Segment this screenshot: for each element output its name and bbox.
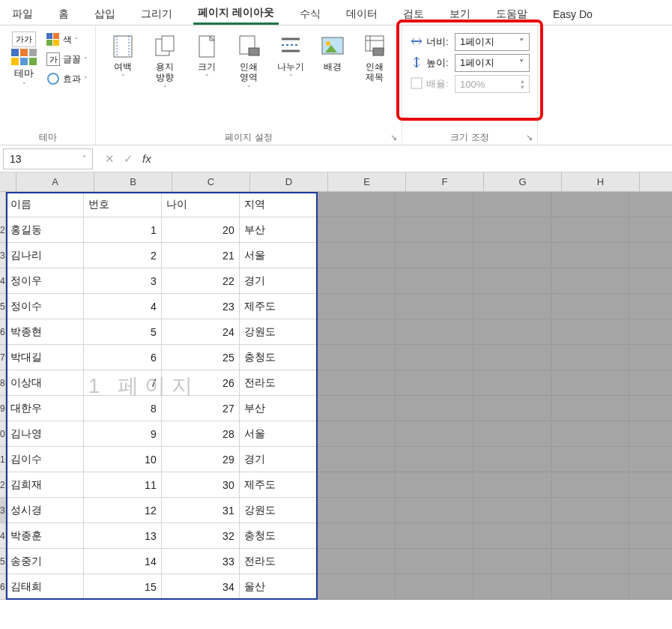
tab-data[interactable]: 데이터	[342, 4, 382, 24]
cell[interactable]: 13	[84, 523, 162, 549]
row-header[interactable]: 0	[0, 421, 6, 447]
size-button[interactable]: 크기 ˅	[187, 31, 226, 84]
cell[interactable]	[318, 472, 396, 498]
cell[interactable]: 11	[84, 472, 162, 498]
cell[interactable]	[396, 549, 473, 574]
cell[interactable]	[551, 268, 629, 294]
row-header[interactable]: 4	[0, 523, 6, 549]
cell[interactable]	[318, 345, 396, 370]
print-area-button[interactable]: 인쇄 영역 ˅	[229, 31, 268, 95]
cell[interactable]	[629, 370, 672, 396]
cell[interactable]	[318, 370, 396, 396]
col-header-g[interactable]: G	[484, 172, 562, 191]
height-select[interactable]: 1페이지 ˅	[455, 54, 530, 72]
cell[interactable]	[396, 192, 473, 217]
cell[interactable]: 10	[84, 447, 162, 472]
cell[interactable]: 김나리	[6, 243, 84, 268]
row-header[interactable]: 6	[0, 574, 6, 600]
cell[interactable]	[473, 268, 551, 294]
cell[interactable]	[396, 268, 473, 294]
cell[interactable]	[396, 472, 473, 498]
cell[interactable]	[318, 498, 396, 523]
cell[interactable]	[551, 243, 629, 268]
row-header[interactable]: 4	[0, 268, 6, 294]
row-header[interactable]: 6	[0, 319, 6, 345]
cell[interactable]	[473, 574, 551, 600]
cell[interactable]: 제주도	[240, 472, 318, 498]
row-header[interactable]: 5	[0, 294, 6, 319]
cell[interactable]: 충청도	[240, 345, 318, 370]
cell[interactable]: 충청도	[240, 523, 318, 549]
cell[interactable]: 이름	[6, 192, 84, 217]
cell[interactable]: 전라도	[240, 549, 318, 574]
cell[interactable]: 정이우	[6, 268, 84, 294]
col-header-f[interactable]: F	[406, 172, 484, 191]
cell[interactable]	[551, 498, 629, 523]
background-button[interactable]: 배경	[313, 31, 352, 75]
row-header[interactable]: 2	[0, 217, 6, 243]
name-box[interactable]: 13 ˅	[3, 148, 93, 169]
cell[interactable]: 31	[162, 498, 240, 523]
cell[interactable]	[473, 498, 551, 523]
cell[interactable]: 지역	[240, 192, 318, 217]
cell[interactable]	[629, 192, 672, 217]
cell[interactable]	[473, 447, 551, 472]
cell[interactable]	[551, 523, 629, 549]
cell[interactable]	[629, 217, 672, 243]
formula-input[interactable]	[160, 148, 672, 169]
margins-button[interactable]: 여백 ˅	[103, 31, 142, 84]
cell[interactable]: 32	[162, 523, 240, 549]
cell[interactable]	[629, 574, 672, 600]
cell[interactable]	[396, 523, 473, 549]
cell[interactable]: 25	[162, 345, 240, 370]
cell[interactable]: 6	[84, 345, 162, 370]
cell[interactable]	[551, 294, 629, 319]
cell[interactable]: 경기	[240, 447, 318, 472]
cell[interactable]: 번호	[84, 192, 162, 217]
cell[interactable]	[396, 447, 473, 472]
cell[interactable]	[318, 421, 396, 447]
cell[interactable]	[318, 243, 396, 268]
col-header-d[interactable]: D	[250, 172, 328, 191]
cell[interactable]	[551, 370, 629, 396]
cell[interactable]: 김나영	[6, 421, 84, 447]
cell[interactable]: 3	[84, 268, 162, 294]
col-header-h[interactable]: H	[562, 172, 640, 191]
cell[interactable]	[473, 421, 551, 447]
cell[interactable]	[629, 319, 672, 345]
col-header-e[interactable]: E	[328, 172, 406, 191]
cell[interactable]	[473, 192, 551, 217]
cell[interactable]	[318, 574, 396, 600]
cell[interactable]	[473, 294, 551, 319]
tab-home[interactable]: 홈	[54, 4, 73, 24]
cell[interactable]	[629, 294, 672, 319]
cell[interactable]	[629, 396, 672, 421]
tab-page-layout[interactable]: 페이지 레이아웃	[193, 3, 279, 25]
tab-insert[interactable]: 삽입	[90, 4, 120, 24]
row-header[interactable]: 9	[0, 396, 6, 421]
cell[interactable]: 성시경	[6, 498, 84, 523]
tab-help[interactable]: 도움말	[491, 4, 532, 24]
width-select[interactable]: 1페이지 ˅	[455, 33, 530, 51]
cell[interactable]: 부산	[240, 217, 318, 243]
cell[interactable]: 15	[84, 574, 162, 600]
cell[interactable]	[551, 319, 629, 345]
cell[interactable]: 12	[84, 498, 162, 523]
cell[interactable]	[551, 192, 629, 217]
cell[interactable]	[473, 243, 551, 268]
cell[interactable]	[396, 421, 473, 447]
cell[interactable]: 홍길동	[6, 217, 84, 243]
cell[interactable]: 29	[162, 447, 240, 472]
cell[interactable]	[629, 498, 672, 523]
cell[interactable]	[629, 268, 672, 294]
cell[interactable]: 김희재	[6, 472, 84, 498]
cell[interactable]	[318, 319, 396, 345]
cell[interactable]	[629, 345, 672, 370]
cell[interactable]	[473, 396, 551, 421]
cancel-icon[interactable]: ✕	[105, 152, 115, 166]
cell[interactable]	[396, 217, 473, 243]
cell[interactable]	[551, 396, 629, 421]
tab-review[interactable]: 검토	[399, 4, 429, 24]
cell[interactable]	[318, 268, 396, 294]
themes-button[interactable]: 가가 테마 ˅	[7, 31, 40, 89]
